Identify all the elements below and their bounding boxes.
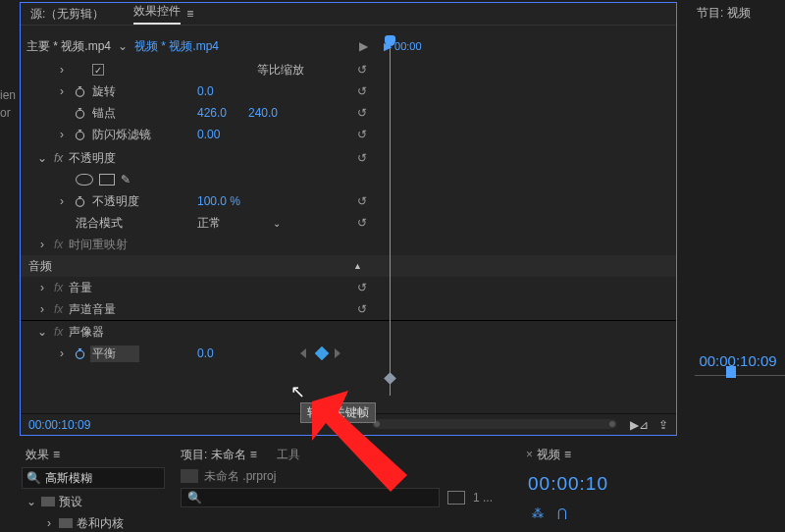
reset-icon[interactable]: ↺ [357,151,367,165]
chevron-down-icon[interactable]: ⌄ [273,218,281,229]
svg-point-2 [76,132,83,139]
search-icon: 🔍 [26,471,41,485]
fx-badge: fx [54,238,63,251]
fx-badge: fx [54,302,63,316]
svg-point-4 [76,350,83,358]
mini-timeline[interactable] [372,36,672,396]
add-remove-keyframe-icon[interactable] [315,346,329,360]
current-timecode[interactable]: 00:00:10:09 [28,418,90,432]
effects-panel: 效果 ≡ 🔍 × ⌄ 预设 › 卷和内核 [20,444,167,532]
close-seq-icon[interactable]: × [526,448,533,461]
sequence-clip-dropdown[interactable]: 视频 * 视频.mp4 [134,38,219,55]
blend-mode-select[interactable]: 正常 [197,215,221,232]
tab-source[interactable]: 源:（无剪辑） [30,6,104,23]
program-panel: 节目: 视频 00:00:10:09 [691,2,785,436]
effects-search-input[interactable] [41,471,192,485]
tab-effect-controls[interactable]: 效果控件 [133,3,181,25]
reset-icon[interactable]: ↺ [357,302,367,316]
folder-icon [41,497,55,506]
reset-icon[interactable]: ↺ [357,194,367,208]
svg-marker-5 [312,391,407,492]
svg-point-0 [76,88,83,96]
magnet-icon[interactable]: ⋂ [557,506,567,520]
bin-icon[interactable] [447,491,465,505]
fx-badge: fx [54,325,63,339]
master-clip-dropdown[interactable]: 主要 * 视频.mp4 [26,38,111,55]
stopwatch-icon[interactable] [74,347,86,360]
property-value[interactable]: 0.0 [197,84,214,98]
snap-icon[interactable]: ⁂ [532,506,544,520]
svg-point-3 [76,198,83,206]
export-icon[interactable]: ⇪ [658,418,668,432]
playhead-top-icon[interactable] [385,35,395,46]
chevron-down-icon[interactable]: ⌄ [117,39,129,53]
property-value-2[interactable]: 240.0 [248,106,278,120]
loop-playback-icon[interactable]: ▶⊿ [630,418,649,432]
timeline-step-icon[interactable]: ▶ [359,39,368,53]
cropped-label-2: or [0,106,11,120]
svg-point-1 [76,110,83,118]
program-timecode[interactable]: 00:00:10:09 [699,352,776,369]
folder-icon [59,518,73,528]
effect-controls-panel: 源:（无剪辑） 效果控件 ≡ 主要 * 视频.mp4 ⌄ 视频 * 视频.mp4… [20,2,677,436]
checkbox-icon[interactable]: ✓ [92,64,104,76]
reset-icon[interactable]: ↺ [357,216,367,230]
sequence-timecode[interactable]: 00:00:10 [528,473,608,494]
keyframe-diamond-icon[interactable] [384,372,396,385]
cropped-label: ien [0,88,16,102]
fx-badge: fx [54,151,63,165]
property-label: 旋转 [92,83,116,100]
playhead-marker[interactable] [390,36,391,396]
stopwatch-icon[interactable] [74,85,86,98]
fx-badge: fx [54,281,63,294]
pen-mask-icon[interactable]: ✎ [121,173,131,186]
tab-project[interactable]: 项目: 未命名 [181,447,246,463]
reset-icon[interactable]: ↺ [357,281,367,294]
program-scrubber[interactable] [695,375,785,389]
ellipse-mask-icon[interactable] [76,174,93,186]
reset-icon[interactable]: ↺ [357,128,367,141]
rect-mask-icon[interactable] [99,174,115,186]
panel-tabs: 源:（无剪辑） 效果控件 ≡ [21,3,676,25]
stopwatch-icon[interactable] [74,107,86,120]
reset-icon[interactable]: ↺ [357,106,367,120]
tab-menu-icon[interactable]: ≡ [564,448,571,461]
reset-icon[interactable]: ↺ [357,63,367,77]
bin-count: 1 ... [473,491,493,505]
tab-program[interactable]: 节目: 视频 [697,5,751,22]
presets-sub-folder[interactable]: › 卷和内核 [20,512,167,532]
stopwatch-icon[interactable] [74,129,86,141]
tab-menu-icon[interactable]: ≡ [250,448,257,461]
property-value[interactable]: 426.0 [197,106,227,120]
annotation-arrow-icon [294,384,422,502]
property-label: 等比缩放 [108,62,304,79]
reset-icon[interactable]: ↺ [357,84,367,98]
presets-folder[interactable]: ⌄ 预设 [20,491,167,512]
property-label: 防闪烁滤镜 [92,127,151,143]
property-value[interactable]: 0.00 [197,128,220,141]
project-icon [181,469,198,483]
sequence-tab[interactable]: 视频 [537,447,560,463]
tab-menu-icon[interactable]: ≡ [186,7,193,21]
tab-effects[interactable]: 效果 [26,447,49,463]
timeline-panel: × 视频 ≡ 00:00:10 ⁂ ⋂ [518,444,763,524]
stopwatch-icon[interactable] [74,195,86,208]
project-filename: 未命名 .prproj [204,468,276,485]
property-label: 锚点 [92,105,116,122]
next-keyframe-icon[interactable] [335,348,340,358]
prev-keyframe-icon[interactable] [300,348,306,358]
tab-menu-icon[interactable]: ≡ [53,448,60,461]
